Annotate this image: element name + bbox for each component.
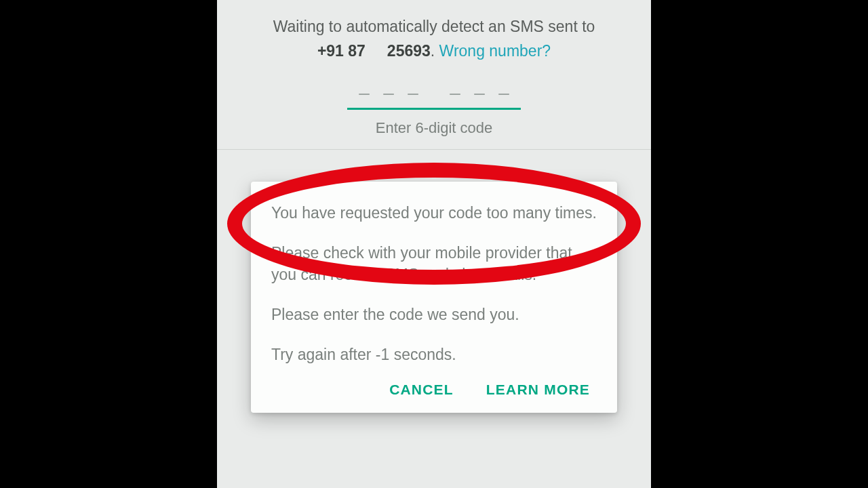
code-hint: Enter 6-digit code — [217, 119, 651, 137]
wrong-number-link[interactable]: Wrong number? — [439, 42, 551, 60]
learn-more-button[interactable]: LEARN MORE — [485, 378, 591, 402]
digit-slot-1: – — [355, 82, 374, 104]
dialog-para-1: You have requested your code too many ti… — [271, 202, 597, 224]
dialog-para-3: Please enter the code we send you. — [271, 304, 597, 326]
error-dialog: You have requested your code too many ti… — [251, 182, 617, 413]
section-divider — [217, 149, 651, 150]
digit-slot-4: – — [446, 82, 465, 104]
dialog-actions: CANCEL LEARN MORE — [271, 378, 597, 402]
dialog-para-4: Try again after -1 seconds. — [271, 344, 597, 366]
digit-slot-3: – — [403, 82, 422, 104]
phone-number-part1: +91 87 — [317, 42, 366, 60]
digit-group-gap — [428, 82, 440, 104]
digit-slot-2: – — [379, 82, 398, 104]
digit-slot-5: – — [470, 82, 489, 104]
phone-suffix: . — [431, 42, 435, 60]
waiting-prefix: Waiting to automatically detect an SMS s… — [273, 18, 595, 35]
code-input-area[interactable]: – – – – – – — [217, 82, 651, 110]
cancel-button[interactable]: CANCEL — [388, 378, 455, 402]
phone-number-part2: 25693 — [387, 42, 431, 60]
verify-screen: Waiting to automatically detect an SMS s… — [217, 0, 651, 488]
dialog-body: You have requested your code too many ti… — [271, 202, 597, 365]
waiting-message: Waiting to automatically detect an SMS s… — [217, 15, 651, 63]
digit-slot-6: – — [494, 82, 513, 104]
dialog-para-2: Please check with your mobile provider t… — [271, 242, 597, 286]
code-underline: – – – – – – — [347, 82, 521, 110]
